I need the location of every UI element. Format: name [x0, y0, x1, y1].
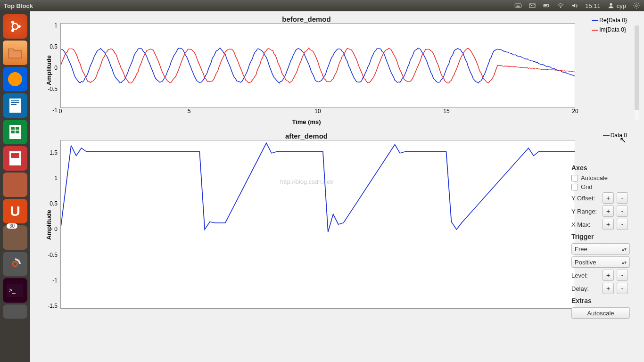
- svg-rect-24: [11, 131, 15, 133]
- trigger-heading: Trigger: [571, 233, 633, 240]
- svg-point-14: [18, 25, 21, 28]
- volume-icon[interactable]: [571, 2, 578, 10]
- unity-launcher: U 30 >_: [0, 11, 30, 362]
- chart-canvas[interactable]: [60, 140, 575, 309]
- xmax-plus-button[interactable]: +: [603, 219, 614, 230]
- plot-after-demod[interactable]: after_demod Amplitude -1.5-1-0.500.511.5…: [38, 132, 575, 317]
- autoscale-button[interactable]: Autoscale: [571, 307, 630, 319]
- level-plus-button[interactable]: +: [603, 270, 614, 281]
- svg-point-10: [560, 7, 561, 8]
- delay-plus-button[interactable]: +: [603, 283, 614, 294]
- keyboard-icon[interactable]: [514, 2, 522, 10]
- level-minus-button[interactable]: -: [617, 270, 628, 281]
- svg-point-15: [11, 21, 14, 24]
- mail-icon[interactable]: [528, 2, 536, 10]
- svg-rect-27: [11, 153, 19, 158]
- chevron-updown-icon: ▴▾: [622, 247, 627, 252]
- svg-rect-5: [517, 6, 520, 7]
- impress-icon[interactable]: [3, 146, 27, 171]
- gear-icon[interactable]: [633, 2, 640, 10]
- svg-rect-8: [549, 5, 549, 7]
- yrange-minus-button[interactable]: -: [617, 206, 628, 217]
- settings-icon[interactable]: [3, 252, 27, 276]
- svg-rect-20: [11, 104, 17, 105]
- autoscale-checkbox[interactable]: [571, 175, 578, 181]
- yrange-plus-button[interactable]: +: [603, 206, 614, 217]
- menu-bar: Top Block 15:11 cyp: [0, 0, 644, 11]
- svg-point-13: [12, 24, 18, 30]
- svg-point-28: [13, 262, 17, 266]
- dash-icon[interactable]: [3, 14, 27, 39]
- trigger-mode-select[interactable]: Free▴▾: [571, 243, 630, 255]
- svg-text:>_: >_: [9, 287, 16, 294]
- software-center-icon[interactable]: [3, 173, 27, 197]
- scrollbar[interactable]: [635, 25, 639, 120]
- window-title: Top Block: [4, 2, 514, 9]
- legend: Data 0: [603, 132, 627, 141]
- plot-title: before_demod: [38, 15, 575, 23]
- axes-heading: Axes: [571, 164, 633, 172]
- writer-icon[interactable]: [3, 93, 27, 118]
- extras-heading: Extras: [571, 297, 633, 304]
- wifi-icon[interactable]: [557, 2, 564, 10]
- workspace-icon[interactable]: [3, 304, 27, 319]
- plot-title: after_demod: [38, 132, 575, 140]
- control-panel: Axes Autoscale Grid Y Offset:+- Y Range:…: [571, 161, 633, 319]
- system-tray: 15:11 cyp: [514, 2, 640, 10]
- svg-rect-1: [516, 5, 517, 5]
- svg-point-16: [11, 29, 14, 32]
- calc-icon[interactable]: [3, 120, 27, 144]
- firefox-icon[interactable]: [3, 67, 27, 91]
- x-ticks: 05101520: [60, 108, 575, 116]
- ubuntu-one-icon[interactable]: U: [3, 199, 27, 223]
- battery-icon[interactable]: [543, 2, 550, 10]
- chevron-updown-icon: ▴▾: [622, 260, 627, 265]
- y-ticks: -1.5-1-0.500.511.5: [38, 132, 60, 317]
- svg-point-12: [636, 5, 637, 7]
- svg-rect-4: [520, 5, 520, 5]
- svg-rect-23: [16, 127, 19, 130]
- files-icon[interactable]: [3, 41, 27, 65]
- svg-rect-22: [11, 127, 15, 130]
- trigger-slope-select[interactable]: Positive▴▾: [571, 256, 630, 268]
- software-updater-icon[interactable]: 30: [3, 225, 27, 250]
- yoffset-plus-button[interactable]: +: [603, 192, 614, 204]
- x-axis-label: Time (ms): [38, 118, 575, 125]
- user-menu[interactable]: cyp: [607, 2, 626, 9]
- plot-area: before_demod Amplitude -1-0.500.51 Re{Da…: [38, 15, 575, 317]
- terminal-icon[interactable]: >_: [3, 278, 27, 303]
- legend: Re{Data 0} Im{Data 0}: [592, 17, 627, 36]
- svg-point-11: [610, 3, 612, 6]
- chart-canvas[interactable]: [60, 23, 575, 108]
- svg-rect-9: [545, 5, 547, 7]
- x-ticks: [60, 309, 575, 317]
- delay-minus-button[interactable]: -: [617, 283, 628, 294]
- app-window: before_demod Amplitude -1-0.500.51 Re{Da…: [30, 11, 639, 362]
- svg-rect-0: [515, 4, 521, 8]
- svg-rect-25: [16, 131, 19, 133]
- y-ticks: -1-0.500.51: [38, 15, 60, 125]
- svg-rect-2: [517, 5, 518, 5]
- xmax-minus-button[interactable]: -: [617, 219, 628, 230]
- yoffset-minus-button[interactable]: -: [617, 192, 628, 204]
- svg-rect-3: [519, 5, 519, 5]
- svg-rect-18: [11, 100, 19, 101]
- clock[interactable]: 15:11: [585, 2, 601, 9]
- svg-rect-19: [11, 102, 19, 103]
- grid-checkbox[interactable]: [571, 184, 578, 190]
- plot-before-demod[interactable]: before_demod Amplitude -1-0.500.51 Re{Da…: [38, 15, 575, 125]
